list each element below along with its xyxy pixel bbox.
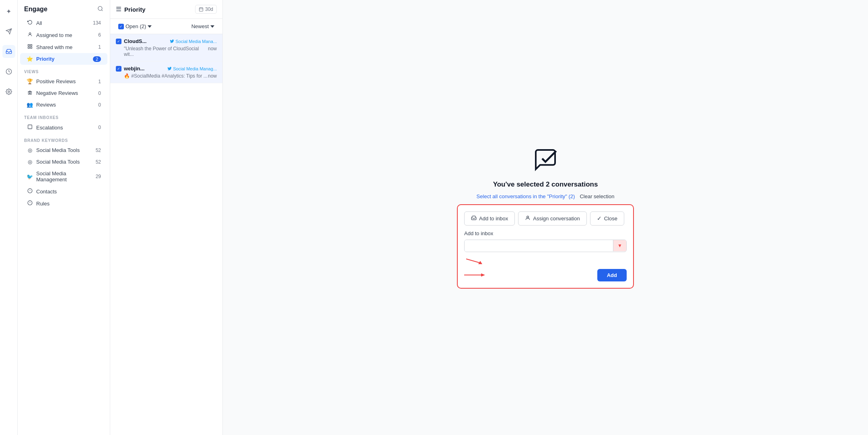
reviews-icon: 👥 — [27, 102, 33, 108]
sidebar-item-social-tools-1[interactable]: ◎ Social Media Tools 52 — [20, 144, 107, 156]
inbox-form-label: Add to inbox — [464, 230, 627, 236]
date-label: 30d — [205, 6, 213, 12]
sidebar-item-rules[interactable]: Rules — [20, 197, 107, 209]
sidebar-item-negative-reviews[interactable]: 🏚 Negative Reviews 0 — [20, 87, 107, 99]
history-icon[interactable] — [2, 65, 15, 78]
add-to-inbox-button[interactable]: Add to inbox — [464, 211, 515, 226]
inbox-dropdown-button[interactable]: ▼ — [613, 240, 626, 251]
sidebar-item-count: 6 — [98, 32, 101, 38]
conversation-list: ☰ Priority 30d ✓ Open (2) Newest ✓ Cloud… — [110, 0, 223, 435]
close-btn-icon: ✓ — [597, 215, 602, 222]
sidebar-item-label: Rules — [36, 201, 101, 207]
action-buttons: Add to inbox Assign conversation ✓ Close — [464, 211, 627, 226]
sidebar-item-label: Positive Reviews — [36, 78, 95, 84]
positive-reviews-icon: 🏆 — [27, 78, 33, 84]
send-icon[interactable] — [2, 25, 15, 38]
all-icon — [27, 20, 33, 26]
conv-card-2[interactable]: ✓ webjin... Social Media Manag... 🔥 #Soc… — [110, 62, 222, 83]
calendar-icon — [199, 7, 204, 12]
sidebar-item-label: Social Media Management — [36, 170, 93, 183]
conv-checkbox-2[interactable]: ✓ — [116, 66, 121, 72]
select-all-link[interactable]: Select all conversations in the "Priorit… — [477, 193, 575, 199]
sidebar-item-assigned[interactable]: Assigned to me 6 — [20, 29, 107, 41]
inbox-icon[interactable] — [2, 45, 15, 58]
sidebar-item-label: Social Media Tools — [36, 159, 93, 165]
svg-point-22 — [527, 216, 529, 218]
conv-filter-bar: ✓ Open (2) Newest — [110, 19, 222, 34]
chevron-down-icon — [210, 25, 214, 28]
sidebar-item-label: Priority — [36, 56, 90, 62]
inbox-input-field[interactable] — [465, 240, 613, 252]
sidebar-item-label: Shared with me — [36, 44, 95, 50]
priority-icon: ⭐ — [27, 56, 33, 62]
assign-label: Assign conversation — [533, 215, 580, 222]
inbox-form: Add to inbox ▼ — [464, 230, 627, 281]
svg-point-3 — [8, 91, 10, 92]
sidebar-item-label: Reviews — [36, 102, 95, 108]
inbox-btn-icon — [471, 215, 477, 222]
conv-preview-2: 🔥 #SocialMedia #Analytics: Tips for ... … — [116, 73, 217, 79]
search-icon[interactable] — [97, 6, 103, 13]
sidebar-item-label: Negative Reviews — [36, 90, 95, 96]
clear-selection-link[interactable]: Clear selection — [580, 193, 614, 199]
conv-name-2: webjin... — [124, 66, 165, 72]
sidebar-item-social-tools-2[interactable]: ◎ Social Media Tools 52 — [20, 156, 107, 168]
add-to-inbox-label: Add to inbox — [479, 215, 508, 222]
close-button[interactable]: ✓ Close — [590, 211, 624, 226]
sidebar-item-count: 1 — [98, 44, 101, 50]
svg-rect-7 — [28, 45, 29, 46]
sidebar-item-count: 0 — [98, 125, 101, 130]
conv-source-1: Social Media Mana... — [170, 39, 217, 44]
contacts-icon — [27, 188, 33, 195]
open-filter-button[interactable]: ✓ Open (2) — [116, 22, 154, 31]
sidebar-item-all[interactable]: All 134 — [20, 17, 107, 29]
conv-list-date[interactable]: 30d — [195, 5, 217, 14]
sort-filter-button[interactable]: Newest — [189, 22, 217, 31]
open-filter-label: Open (2) — [125, 23, 146, 29]
conv-source-2: Social Media Manag... — [167, 66, 217, 71]
twitter-icon: 🐦 — [27, 174, 33, 180]
add-button[interactable]: Add — [597, 269, 627, 281]
arrow-annotation — [464, 257, 484, 265]
views-section-label: VIEWS — [18, 65, 110, 76]
selection-links: Select all conversations in the "Priorit… — [477, 193, 615, 199]
conv-list-title-text: Priority — [124, 6, 146, 13]
assign-btn-icon — [525, 215, 531, 222]
twitter-icon — [170, 39, 174, 43]
svg-marker-26 — [481, 273, 485, 277]
conv-preview-text-2: 🔥 #SocialMedia #Analytics: Tips for ... — [124, 73, 208, 79]
sidebar-item-count: 134 — [93, 20, 101, 26]
svg-rect-8 — [30, 45, 32, 46]
close-label: Close — [604, 215, 617, 222]
sidebar-item-priority[interactable]: ⭐ Priority 2 — [20, 53, 107, 65]
sort-label: Newest — [191, 23, 209, 29]
sidebar-item-label: Social Media Tools — [36, 147, 93, 153]
brand-keywords-section-label: BRAND KEYWORDS — [18, 133, 110, 144]
svg-rect-10 — [30, 47, 32, 49]
settings-icon[interactable] — [2, 85, 15, 98]
sidebar-item-shared[interactable]: Shared with me 1 — [20, 41, 107, 53]
sidebar-item-count: 0 — [98, 90, 101, 96]
conv-preview-text-1: "Unleash the Power of CloudSocial wit... — [124, 46, 208, 57]
assign-conversation-button[interactable]: Assign conversation — [518, 211, 586, 226]
rules-icon — [27, 200, 33, 207]
main-area: You've selected 2 conversations Select a… — [223, 0, 868, 435]
social-tools-2-icon: ◎ — [27, 159, 33, 165]
svg-line-5 — [101, 10, 103, 11]
sidebar-item-reviews[interactable]: 👥 Reviews 0 — [20, 99, 107, 111]
logo-icon[interactable]: ✦ — [2, 5, 15, 18]
sidebar-item-positive-reviews[interactable]: 🏆 Positive Reviews 1 — [20, 76, 107, 87]
sidebar-item-contacts[interactable]: Contacts — [20, 185, 107, 197]
svg-point-4 — [98, 6, 102, 10]
conv-list-title: ☰ Priority — [116, 6, 146, 13]
conv-checkbox-1[interactable]: ✓ — [116, 39, 121, 44]
conv-card-1[interactable]: ✓ CloudS... Social Media Mana... "Unleas… — [110, 34, 222, 62]
selection-title: You've selected 2 conversations — [493, 181, 598, 189]
sidebar-item-social-mgmt[interactable]: 🐦 Social Media Management 29 — [20, 168, 107, 185]
conv-time-2: now — [208, 73, 217, 79]
sidebar-item-label: Assigned to me — [36, 32, 95, 38]
svg-rect-11 — [28, 125, 32, 129]
sidebar-item-escalations[interactable]: Escalations 0 — [20, 121, 107, 133]
inbox-input-row: ▼ — [464, 240, 627, 252]
svg-rect-9 — [28, 47, 29, 49]
